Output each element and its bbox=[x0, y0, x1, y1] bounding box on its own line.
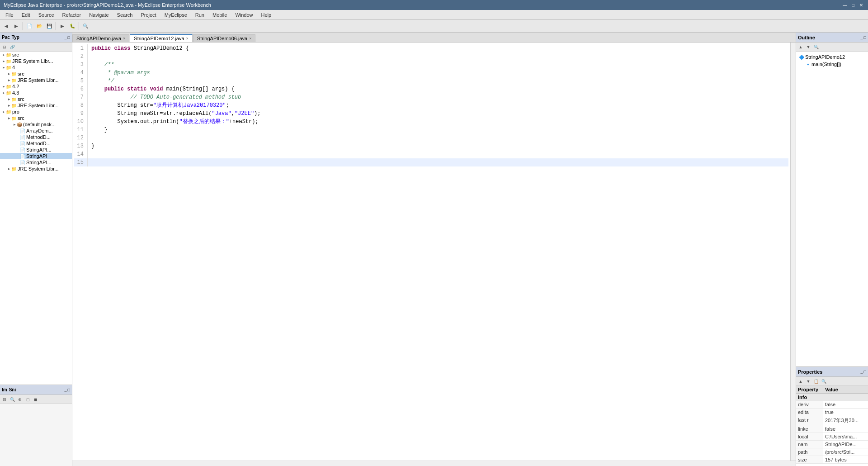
title-bar-text: MyEclipse Java Enterprise - pro/src/Stri… bbox=[4, 2, 211, 8]
outline-min-btn[interactable]: _ bbox=[861, 35, 863, 40]
tree-item-7[interactable]: ▸📁src bbox=[0, 96, 72, 102]
prop-val-2: 2017年3月30... bbox=[823, 416, 860, 425]
imports-tab[interactable]: Im bbox=[2, 387, 7, 392]
tree-label-11: (default pack... bbox=[23, 122, 56, 127]
collapse-all-btn[interactable]: ⊟ bbox=[1, 43, 8, 51]
editor-tab-1[interactable]: StringAPIDemo12.java× bbox=[130, 34, 193, 42]
toolbar-btn-1[interactable]: ◀ bbox=[2, 22, 11, 31]
outline-tb-1[interactable]: ▲ bbox=[797, 43, 804, 51]
minimize-button[interactable]: — bbox=[842, 2, 848, 8]
props-toolbar: ▲ ▼ 📋 🔍 bbox=[796, 377, 868, 386]
tree-item-5[interactable]: ▸📁4.2 bbox=[0, 83, 72, 90]
tree-item-17[interactable]: 📄StringAPI... bbox=[0, 159, 72, 166]
menu-item-project[interactable]: Project bbox=[137, 11, 160, 19]
prop-key-4: local bbox=[796, 433, 823, 440]
lower-left-header: Im Sni _ □ bbox=[0, 385, 72, 395]
toolbar-open[interactable]: 📂 bbox=[35, 22, 44, 31]
props-tb-2[interactable]: ▼ bbox=[805, 378, 812, 385]
link-editor-btn[interactable]: 🔗 bbox=[9, 43, 16, 51]
menu-item-help[interactable]: Help bbox=[258, 11, 275, 19]
tree-item-2[interactable]: ▸📁4 bbox=[0, 64, 72, 71]
props-max-btn[interactable]: □ bbox=[864, 370, 866, 374]
tree-item-1[interactable]: ▸📁JRE System Libr... bbox=[0, 58, 72, 64]
menu-item-myeclipse[interactable]: MyEclipse bbox=[161, 11, 191, 19]
menu-item-mobile[interactable]: Mobile bbox=[209, 11, 231, 19]
lower-tb-3[interactable]: ⊕ bbox=[16, 396, 24, 403]
menu-item-edit[interactable]: Edit bbox=[18, 11, 34, 19]
tree-label-12: ArrayDem... bbox=[26, 128, 53, 133]
tree-label-18: JRE System Libr... bbox=[18, 166, 58, 171]
editor-tab-close-1[interactable]: × bbox=[186, 36, 189, 41]
tree-arrow-6: ▸ bbox=[3, 90, 5, 95]
editor-scrollbar-h[interactable] bbox=[72, 461, 796, 466]
lower-tb-4[interactable]: ◻ bbox=[24, 396, 31, 403]
maximize-button[interactable]: □ bbox=[850, 2, 856, 8]
line-number-13: 13 bbox=[74, 142, 88, 150]
tree-item-0[interactable]: ▸📁src bbox=[0, 52, 72, 58]
outline-class[interactable]: 🔷 StringAPIDemo12 bbox=[798, 53, 866, 61]
properties-label: Properties bbox=[798, 369, 822, 375]
menu-item-refactor[interactable]: Refactor bbox=[59, 11, 85, 19]
tree-item-16[interactable]: 📄StringAPI bbox=[0, 153, 72, 159]
tree-label-6: 4.3 bbox=[12, 90, 19, 95]
menu-item-window[interactable]: Window bbox=[231, 11, 256, 19]
tree-label-3: src bbox=[18, 71, 24, 76]
menu-item-navigate[interactable]: Navigate bbox=[85, 11, 112, 19]
menu-item-file[interactable]: File bbox=[2, 11, 17, 19]
lower-left-panel: Im Sni _ □ ⊟ 🔍 ⊕ ◻ ◼ bbox=[0, 385, 72, 466]
tree-item-4[interactable]: ▸📁JRE System Libr... bbox=[0, 77, 72, 83]
snippets-tab[interactable]: Sni bbox=[9, 387, 16, 392]
tree-label-4: JRE System Libr... bbox=[18, 77, 58, 83]
editor-scrollbar-v[interactable] bbox=[790, 43, 796, 461]
tree-arrow-2: ▸ bbox=[3, 65, 5, 70]
lower-max-btn[interactable]: □ bbox=[68, 388, 70, 392]
toolbar-search[interactable]: 🔍 bbox=[81, 22, 90, 31]
lower-tb-5[interactable]: ◼ bbox=[32, 396, 39, 403]
lower-tb-2[interactable]: 🔍 bbox=[9, 396, 16, 403]
tree-item-8[interactable]: ▸📁JRE System Libr... bbox=[0, 102, 72, 109]
tree-item-11[interactable]: ▸📦(default pack... bbox=[0, 121, 72, 128]
editor-tab-close-2[interactable]: × bbox=[249, 36, 251, 41]
type-hierarchy-tab[interactable]: Typ bbox=[12, 35, 19, 40]
tree-item-13[interactable]: 📄MethodD... bbox=[0, 134, 72, 140]
toolbar-debug[interactable]: 🐛 bbox=[68, 22, 77, 31]
close-button[interactable]: ✕ bbox=[858, 2, 864, 8]
lower-tb-1[interactable]: ⊟ bbox=[1, 396, 8, 403]
code-editor[interactable]: 1public class StringAPIDemo12 {23 /**4 *… bbox=[72, 43, 790, 461]
tree-item-9[interactable]: ▸📁pro bbox=[0, 109, 72, 115]
tree-item-6[interactable]: ▸📁4.3 bbox=[0, 90, 72, 96]
outline-tb-2[interactable]: ▼ bbox=[805, 43, 812, 51]
props-tb-3[interactable]: 📋 bbox=[812, 378, 820, 385]
outline-tb-3[interactable]: 🔍 bbox=[812, 43, 820, 51]
props-min-btn[interactable]: _ bbox=[861, 370, 863, 374]
props-tb-1[interactable]: ▲ bbox=[797, 378, 804, 385]
outline-method[interactable]: 🔹 main(String[]) bbox=[798, 61, 866, 68]
editor-tab-2[interactable]: StringAPIDemo06.java× bbox=[193, 34, 256, 42]
editor-tab-close-0[interactable]: × bbox=[123, 36, 125, 41]
menu-item-run[interactable]: Run bbox=[192, 11, 208, 19]
package-explorer-tab[interactable]: Pac bbox=[2, 35, 10, 40]
lower-min-btn[interactable]: _ bbox=[65, 388, 67, 392]
prop-key-1: edita bbox=[796, 409, 823, 416]
tree-item-3[interactable]: ▸📁src bbox=[0, 71, 72, 77]
menu-item-search[interactable]: Search bbox=[113, 11, 137, 19]
menu-item-source[interactable]: Source bbox=[35, 11, 58, 19]
tree-icon-11: 📦 bbox=[17, 122, 22, 127]
props-tb-4[interactable]: 🔍 bbox=[820, 378, 827, 385]
minimize-view-btn[interactable]: _ bbox=[65, 35, 67, 40]
tree-item-12[interactable]: 📄ArrayDem... bbox=[0, 128, 72, 134]
tree-item-18[interactable]: ▸📁JRE System Libr... bbox=[0, 166, 72, 172]
toolbar-new[interactable]: 📄 bbox=[25, 22, 34, 31]
maximize-view-btn[interactable]: □ bbox=[68, 35, 70, 40]
line-content-8: String str="耿丹计算机Java20170320"; bbox=[91, 101, 788, 109]
toolbar-btn-2[interactable]: ▶ bbox=[12, 22, 21, 31]
tree-item-15[interactable]: 📄StringAPI... bbox=[0, 147, 72, 153]
toolbar-save[interactable]: 💾 bbox=[45, 22, 54, 31]
tree-item-14[interactable]: 📄MethodD... bbox=[0, 140, 72, 147]
toolbar-run[interactable]: ▶ bbox=[58, 22, 67, 31]
line-content-11: } bbox=[91, 126, 788, 134]
editor-tab-0[interactable]: StringAPIDemo.java× bbox=[72, 34, 129, 42]
outline-max-btn[interactable]: □ bbox=[864, 35, 866, 40]
tree-arrow-9: ▸ bbox=[3, 109, 5, 114]
tree-item-10[interactable]: ▸📁src bbox=[0, 115, 72, 121]
